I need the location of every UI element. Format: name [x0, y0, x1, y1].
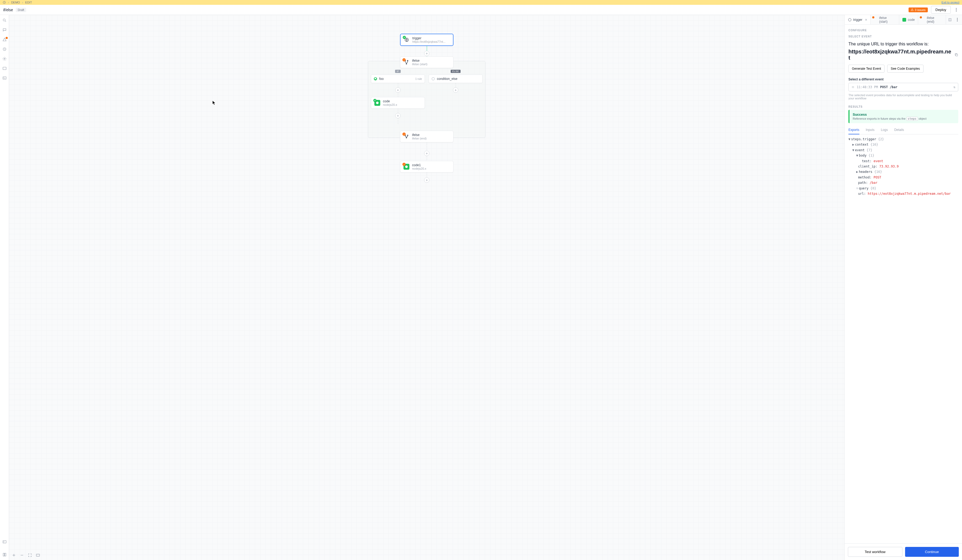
expand-icon[interactable] — [948, 18, 952, 22]
condition-else[interactable]: condition_else — [429, 74, 483, 83]
node-title: ifelse — [412, 59, 427, 63]
http-icon — [848, 18, 852, 22]
condition-foo[interactable]: foo 1 rule — [371, 74, 425, 83]
add-step-button[interactable]: + — [424, 178, 429, 183]
drag-icon — [851, 86, 855, 89]
event-time: 11:48:33 PM — [857, 85, 878, 89]
generate-test-event-button[interactable]: Generate Test Event — [848, 65, 885, 73]
terminal-icon[interactable] — [2, 76, 7, 80]
trigger-url: https://eot8xjzqkwa77nt.m.pipedream.net — [848, 48, 952, 61]
tab-trigger[interactable]: trigger × — [845, 15, 871, 24]
node-title: trigger — [412, 36, 445, 40]
zoom-in-icon[interactable] — [12, 553, 16, 557]
select-different-event-label: Select a different event — [848, 77, 958, 81]
warning-icon — [911, 8, 914, 11]
workflow-title: if/else — [3, 8, 13, 12]
ifelse-container: ! ifelse ifelse (start) IF foo 1 — [368, 61, 486, 138]
workflow-canvas[interactable]: trigger https://eot8xjzqkwa77nt... + ! i… — [9, 15, 844, 560]
success-title: Success — [853, 113, 955, 116]
add-step-button[interactable]: + — [453, 87, 458, 93]
docs-icon[interactable] — [2, 552, 7, 557]
branch-if: IF foo 1 rule + — [371, 74, 425, 124]
close-icon[interactable]: × — [865, 18, 867, 22]
node-subtitle: https://eot8xjzqkwa77nt... — [412, 40, 445, 43]
tab-code[interactable]: code — [899, 15, 918, 24]
tab-inputs[interactable]: Inputs — [866, 126, 875, 134]
crumb-edit[interactable]: EDIT — [25, 1, 32, 4]
copy-icon[interactable] — [954, 53, 958, 56]
chevron-updown-icon: ⇅ — [954, 85, 955, 89]
add-step-button[interactable]: + — [424, 151, 429, 156]
issues-count: 3 issues — [915, 8, 925, 11]
tab-details[interactable]: Details — [894, 126, 904, 134]
select-event-section-label: SELECT EVENT — [848, 33, 958, 40]
see-code-examples-button[interactable]: See Code Examples — [887, 65, 923, 73]
svg-rect-14 — [36, 554, 40, 556]
tab-label: code — [908, 18, 915, 22]
history-icon[interactable] — [2, 47, 7, 51]
zoom-out-icon[interactable] — [20, 553, 24, 557]
search-icon[interactable] — [2, 18, 7, 23]
svg-rect-5 — [3, 77, 6, 79]
nodejs-icon — [405, 165, 408, 168]
check-icon — [374, 77, 377, 81]
crumb-demo[interactable]: DEMO — [11, 1, 20, 4]
tab-label: ifelse (start) — [879, 16, 896, 24]
canvas-toolbar — [12, 553, 40, 557]
continue-button[interactable]: Continue — [905, 547, 959, 557]
event-selector[interactable]: 11:48:33 PM POST /bar ⇅ — [848, 83, 958, 91]
panel-icon[interactable] — [2, 66, 7, 71]
node-trigger[interactable]: trigger https://eot8xjzqkwa77nt... — [400, 34, 454, 46]
node-title: code1 — [412, 163, 426, 167]
result-tabs: Exports Inputs Logs Details — [848, 126, 958, 134]
event-method-path: POST /bar — [880, 85, 897, 89]
node-subtitle: ifelse (start) — [412, 63, 427, 66]
tab-ifelse-end[interactable]: ifelse (end) — [918, 15, 946, 24]
tab-label: ifelse (end) — [927, 16, 943, 24]
more-menu-button[interactable] — [954, 8, 959, 11]
node-code[interactable]: code nodejs20.x — [371, 97, 425, 109]
status-warning-icon: ! — [402, 58, 406, 61]
test-workflow-button[interactable]: Test workflow — [848, 547, 902, 557]
add-step-button[interactable]: + — [395, 87, 400, 93]
exit-to-project-link[interactable]: Exit to project — [941, 1, 959, 4]
logo-icon — [3, 1, 6, 4]
panel-footer: Test workflow Continue — [845, 544, 962, 560]
console-icon[interactable] — [2, 540, 7, 544]
svg-point-15 — [848, 18, 851, 21]
svg-rect-6 — [3, 541, 6, 543]
svg-point-3 — [4, 58, 5, 59]
status-success-icon — [403, 36, 406, 39]
issues-badge[interactable]: 3 issues — [909, 8, 928, 12]
success-subtitle: Reference exports in future steps via th… — [853, 117, 955, 121]
workflow-header: if/else Draft 3 issues Deploy — [0, 5, 962, 15]
tab-menu-icon[interactable] — [954, 18, 960, 21]
tab-ifelse-start[interactable]: ifelse (start) — [871, 15, 899, 24]
panel-tabs: trigger × ifelse (start) code ifelse (en… — [845, 15, 962, 24]
tab-exports[interactable]: Exports — [848, 126, 859, 134]
exports-tree[interactable]: ▼steps.trigger {2} ▶context {16} ▼event … — [848, 137, 958, 196]
trigger-description: The unique URL to trigger this workflow … — [848, 42, 958, 47]
node-code1[interactable]: ! code1 nodejs20.x — [400, 161, 454, 173]
add-step-button[interactable]: + — [424, 51, 429, 56]
nodejs-icon — [902, 18, 906, 22]
fit-icon[interactable] — [28, 553, 32, 557]
settings-icon[interactable] — [2, 56, 7, 61]
node-ifelse-start[interactable]: ! ifelse ifelse (start) — [400, 56, 454, 68]
success-banner: Success Reference exports in future step… — [848, 110, 958, 123]
status-warning-icon: ! — [402, 132, 406, 136]
deploy-button[interactable]: Deploy — [931, 6, 951, 14]
layout-icon[interactable] — [36, 553, 40, 557]
rule-count: 1 rule — [415, 77, 422, 81]
draft-badge: Draft — [16, 8, 26, 12]
status-success-icon — [373, 99, 376, 102]
add-step-button[interactable]: + — [395, 113, 400, 118]
alert-icon[interactable] — [2, 37, 7, 42]
left-rail — [0, 15, 9, 560]
svg-rect-17 — [956, 54, 958, 56]
condition-label: condition_else — [437, 77, 457, 81]
tab-logs[interactable]: Logs — [881, 126, 888, 134]
comment-icon[interactable] — [2, 28, 7, 32]
svg-rect-4 — [3, 67, 6, 69]
node-ifelse-end[interactable]: ! ifelse ifelse (end) — [400, 131, 454, 142]
